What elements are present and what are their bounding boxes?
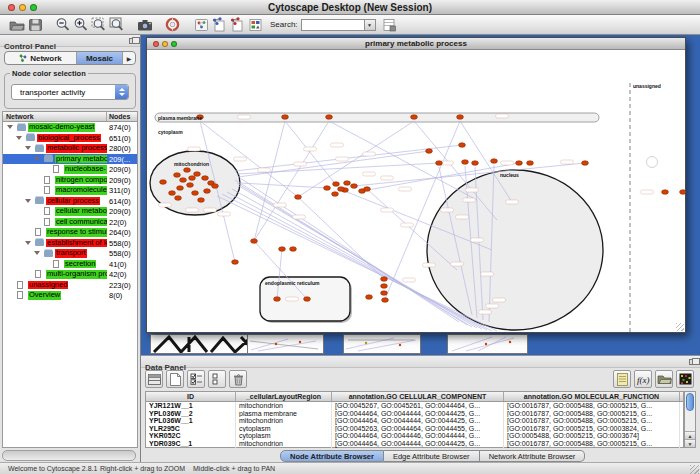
tree-row-label: nitrogen compo [55,176,107,185]
float-panel-icon[interactable] [129,38,136,44]
tree-row[interactable]: biological_process651(0) [3,133,137,144]
network-canvas[interactable]: plasma membranecytoplasmmitochondrionnuc… [147,50,685,332]
search-config-icon[interactable] [381,17,399,33]
tree-column-network[interactable]: Network [3,112,107,121]
snapshot-icon[interactable] [136,17,154,33]
node-label-pill [641,190,654,194]
table-cell: [GO:0016787, GO:0005488, GO:0005215, G..… [504,402,680,410]
tab-mosaic[interactable]: Mosaic [77,52,123,64]
network-window-titlebar[interactable]: primary metabolic process [147,38,685,50]
table-scrollbar[interactable]: ▲ ▼ [684,391,696,448]
attribute-table: ID_cellularLayoutRegionannotation.GO CEL… [145,391,684,448]
float-data-panel-icon[interactable] [689,359,696,365]
scroll-up-button[interactable]: ▲ [685,431,695,439]
tree-row[interactable]: mosaic-demo-yeast874(0) [3,122,137,133]
delete-attribute-icon[interactable] [229,370,247,388]
notes-icon[interactable] [613,370,631,388]
tree-column-nodes[interactable]: Nodes [107,112,137,121]
tree-row[interactable]: cellular process614(0) [3,196,137,207]
background-window-3[interactable] [447,334,528,354]
tree-row[interactable]: nitrogen compo209(0) [3,175,137,186]
tree-row[interactable]: nucleobase-209(0) [3,164,137,175]
node-label-pill [423,263,436,267]
tree-row-count: 209(0) [109,176,131,185]
window-resize-grip[interactable] [690,465,699,474]
help-icon[interactable] [164,17,182,33]
import-attributes-icon[interactable] [228,17,246,33]
annotation-icon[interactable] [192,17,210,33]
zoom-selected-icon[interactable] [90,17,108,33]
table-row[interactable]: YPL036W__1mitochondrion[GO:0044464, GO:0… [146,417,683,425]
expand-arrow-icon[interactable] [25,241,31,245]
column-header[interactable]: ID [146,392,236,401]
tree-row[interactable]: metabolic process280(0) [3,143,137,154]
expand-arrow-icon[interactable] [25,146,31,150]
scrollbar-thumb[interactable] [686,393,694,411]
background-window-2[interactable] [343,334,421,354]
save-session-icon[interactable] [26,17,44,33]
tree-row[interactable]: unassigned223(0) [3,280,137,291]
column-header[interactable]: _cellularLayoutRegion [236,392,332,401]
inner-resize-grip[interactable] [676,323,684,331]
tree-row[interactable]: cell communicat22(0) [3,217,137,228]
select-attributes-icon[interactable] [187,370,205,388]
tree-row[interactable]: cellular metabo209(0) [3,206,137,217]
column-header[interactable]: annotation.GO MOLECULAR_FUNCTION [504,392,680,401]
region-plasma-membrane [155,113,599,122]
select-all-icon[interactable] [145,370,163,388]
table-row[interactable]: YJR121W__1mitochondrion[GO:0045267, GO:0… [146,402,683,410]
zoom-out-icon[interactable] [54,17,72,33]
table-row[interactable]: YDR039C__1mitochondrion[GO:0044464, GO:0… [146,440,683,448]
graph-node [364,187,371,192]
tree-row[interactable]: secretion41(0) [3,259,137,270]
matrix-icon[interactable] [676,370,694,388]
tab-network[interactable]: Network [5,52,77,64]
expand-arrow-icon[interactable] [25,199,31,203]
import-attribute-file-icon[interactable] [655,370,673,388]
tree-row[interactable]: primary metabo209(... [3,154,137,165]
tab-node-attribute-browser[interactable]: Node Attribute Browser [280,450,384,462]
new-attribute-icon[interactable] [166,370,184,388]
tree-row-count: 614(0) [109,197,131,206]
expand-arrow-icon[interactable] [7,125,13,129]
node-label-pill [293,215,306,219]
column-header[interactable]: annotation.GO CELLULAR_COMPONENT [332,392,504,401]
folder-icon [35,146,44,152]
graph-node [462,160,469,165]
tree-row[interactable]: establishment of lo558(0) [3,238,137,249]
table-row[interactable]: YKR052Ccytoplasm[GO:0044464, GO:0044446,… [146,432,683,440]
background-window-1[interactable] [247,334,324,354]
vizmapper-icon[interactable] [246,17,264,33]
tree-row[interactable]: macromolecule311(0) [3,185,137,196]
formula-icon[interactable]: f(x) [634,370,652,388]
tab-overflow-button[interactable]: ▶ [123,52,135,64]
scroll-down-button[interactable]: ▼ [685,439,695,447]
expand-arrow-icon[interactable] [34,157,40,161]
node-label-pill [479,310,492,314]
open-session-icon[interactable] [8,17,26,33]
search-input[interactable] [301,19,365,31]
search-dropdown-button[interactable]: ▼ [365,19,376,31]
table-cell: YDR039C__1 [146,440,236,448]
tab-edge-attribute-browser[interactable]: Edge Attribute Browser [384,450,480,462]
tree-row[interactable]: multi-organism pro42(0) [3,269,137,280]
import-network-icon[interactable] [210,17,228,33]
tree-row[interactable]: transport558(0) [3,248,137,259]
table-cell: cytoplasm [236,432,332,440]
expand-arrow-icon[interactable] [16,136,22,140]
zoom-in-icon[interactable] [72,17,90,33]
node-color-dropdown[interactable]: transporter activity [11,84,129,100]
table-row[interactable]: YPL036W__2plasma membrane[GO:0044464, GO… [146,410,683,418]
table-cell: mitochondrion [236,402,332,410]
graph-node [194,172,201,177]
expand-arrow-icon[interactable] [34,251,40,255]
graph-node [381,291,388,296]
unselect-attributes-icon[interactable] [208,370,226,388]
tree-row[interactable]: response to stimulu264(0) [3,227,137,238]
table-row[interactable]: YLR295Ccytoplasm[GO:0045263, GO:0044464,… [146,425,683,433]
zoom-fit-icon[interactable] [108,17,126,33]
tree-row[interactable]: Overview8(0) [3,290,137,301]
dropdown-arrows-icon [115,85,128,99]
graph-node [324,186,331,191]
tab-network-attribute-browser[interactable]: Network Attribute Browser [480,450,586,462]
